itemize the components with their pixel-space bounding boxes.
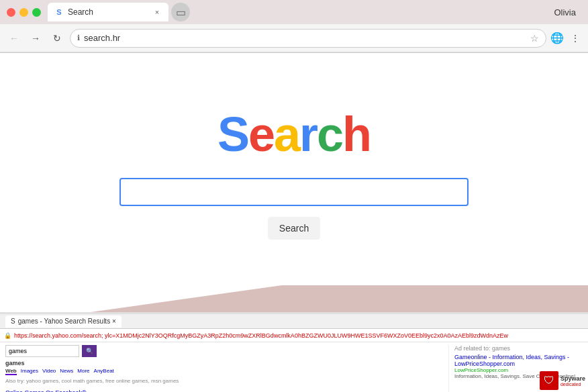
browser-globe-icon[interactable]: 🌐 <box>550 32 564 44</box>
spyware-sub: dedicated <box>560 382 585 387</box>
yahoo-filter-more[interactable]: More <box>77 368 89 375</box>
tab-close-button[interactable]: × <box>152 7 162 17</box>
maximize-window-button[interactable] <box>32 8 41 17</box>
yahoo-filter-images[interactable]: Images <box>21 368 38 375</box>
yahoo-keyword: games <box>5 360 440 366</box>
logo-letter-r: r <box>299 107 317 161</box>
search-button[interactable]: Search <box>268 217 320 240</box>
search-logo: Search <box>217 107 371 162</box>
logo-letter-s: S <box>217 107 248 161</box>
refresh-button[interactable]: ↻ <box>48 30 66 47</box>
browser-chrome: S Search × ▭ Olivia ← → ↻ ℹ search.hr ☆ … <box>0 0 588 53</box>
yahoo-filter-video[interactable]: Video <box>42 368 56 375</box>
address-bar: ← → ↻ ℹ search.hr ☆ 🌐 ⋮ <box>0 24 588 52</box>
yahoo-filter-news[interactable]: News <box>60 368 73 375</box>
search-button-container: Search <box>268 217 320 240</box>
yahoo-ad-url-1: LowPriceShopper.com <box>454 367 508 373</box>
window-controls <box>7 8 41 17</box>
logo-letter-h: h <box>342 107 371 161</box>
yahoo-result-item: Online Games On Facebook® Facebook.com P… <box>5 385 440 392</box>
yahoo-ad-link-1[interactable]: Gameonline - Information, Ideas, Savings… <box>454 354 583 367</box>
url-text: search.hr <box>84 33 526 43</box>
spyware-badge: 🛡 Spyware dedicated <box>540 371 585 390</box>
yahoo-search-input[interactable] <box>5 345 79 357</box>
security-icon: ℹ <box>77 34 80 42</box>
browser-content: Search Search S games - Yahoo Search Res… <box>0 53 588 392</box>
minimize-window-button[interactable] <box>19 8 28 17</box>
spyware-text-block: Spyware dedicated <box>560 375 585 387</box>
yahoo-filter-anybeat[interactable]: AnyBeat <box>94 368 114 375</box>
yahoo-results-panel: S games - Yahoo Search Results × 🔒 https… <box>0 312 588 392</box>
yahoo-filters: Web Images Video News More AnyBeat <box>5 368 440 375</box>
tab-favicon-icon: S <box>54 7 64 17</box>
yahoo-filter-web[interactable]: Web <box>5 368 17 375</box>
spyware-icon: 🛡 <box>540 371 558 390</box>
yahoo-also-try: Also try: yahoo games, cool math games, … <box>5 378 440 384</box>
yahoo-tab[interactable]: S games - Yahoo Search Results × <box>5 315 121 328</box>
back-button[interactable]: ← <box>5 30 23 47</box>
logo-letter-c: c <box>317 107 342 161</box>
browser-menu-icon[interactable]: ⋮ <box>568 32 583 45</box>
yahoo-secure-icon: 🔒 <box>4 332 11 339</box>
logo-letter-e: e <box>248 107 274 161</box>
tab-bar: S Search × ▭ <box>48 3 554 21</box>
new-tab-button[interactable]: ▭ <box>171 3 190 21</box>
yahoo-tab-favicon: S <box>11 317 15 325</box>
yahoo-search-bar: 🔍 <box>5 345 440 357</box>
yahoo-results-list: Online Games On Facebook® Facebook.com P… <box>5 385 440 392</box>
close-window-button[interactable] <box>7 8 15 17</box>
logo-letter-a: a <box>274 107 299 161</box>
yahoo-result-title-1[interactable]: Online Games On Facebook® <box>5 389 87 392</box>
browser-tab[interactable]: S Search × <box>48 3 168 21</box>
yahoo-url-bar[interactable]: 🔒 https://search.yahoo.com/search; ylc=X… <box>0 329 588 342</box>
yahoo-url-text: https://search.yahoo.com/search; ylc=X1M… <box>14 332 584 339</box>
spyware-name: Spyware <box>560 375 585 382</box>
bookmark-star-icon[interactable]: ☆ <box>530 33 539 44</box>
search-input[interactable] <box>119 178 469 206</box>
yahoo-tab-title: games - Yahoo Search Results × <box>18 317 116 325</box>
search-input-container <box>119 178 469 206</box>
yahoo-mini-chrome: S games - Yahoo Search Results × <box>0 314 588 329</box>
yahoo-content: 🔍 games Web Images Video News More AnyBe… <box>0 342 588 392</box>
user-profile: Olivia <box>554 7 581 17</box>
user-name: Olivia <box>554 7 576 17</box>
yahoo-search-button[interactable]: 🔍 <box>82 345 97 357</box>
forward-button[interactable]: → <box>27 30 44 47</box>
url-bar[interactable]: ℹ search.hr ☆ <box>70 29 546 48</box>
tab-title: Search <box>68 7 148 17</box>
title-bar: S Search × ▭ Olivia <box>0 0 588 24</box>
yahoo-left-column: 🔍 games Web Images Video News More AnyBe… <box>5 345 440 392</box>
yahoo-ad-label: Ad related to: games <box>454 345 583 352</box>
